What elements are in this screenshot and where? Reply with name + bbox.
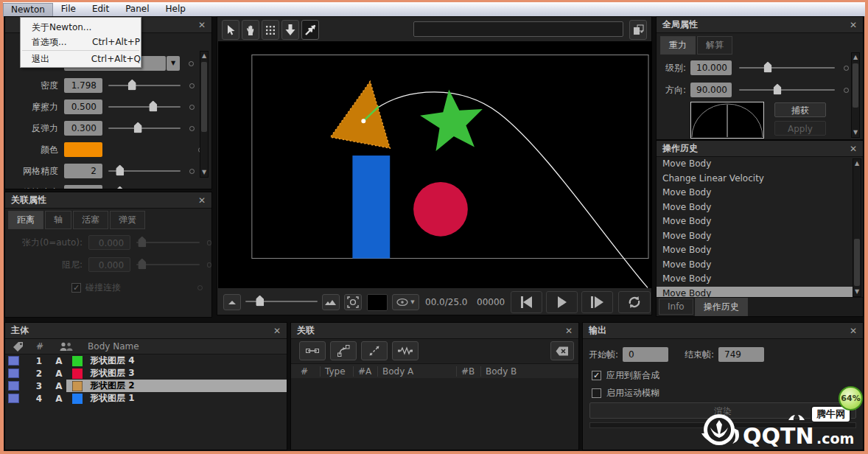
menu-help[interactable]: Help	[158, 2, 194, 16]
linear-velocity-slider[interactable]	[108, 185, 181, 189]
menu-newton[interactable]: Newton	[3, 3, 53, 16]
keyframe-toggle[interactable]	[189, 126, 195, 131]
capture-button[interactable]: 捕获	[774, 102, 826, 117]
apply-to-layer-button[interactable]	[629, 20, 647, 40]
close-icon[interactable]: ✕	[565, 326, 573, 336]
motion-blur-checkbox[interactable]	[592, 388, 601, 398]
history-scrollbar[interactable]: ▲ ▼	[853, 158, 861, 297]
history-item[interactable]: Move Body	[657, 214, 853, 229]
simulation-viewport[interactable]	[218, 41, 652, 288]
zoom-out-button[interactable]	[223, 294, 241, 310]
col-joint-num[interactable]: #	[301, 366, 320, 377]
scroll-up-icon[interactable]: ▲	[200, 52, 208, 60]
apply-new-comp-checkbox[interactable]: ✓	[592, 371, 601, 380]
add-distance-joint-button[interactable]	[299, 341, 326, 360]
close-icon[interactable]: ✕	[850, 326, 857, 336]
menu-item-exit[interactable]: 退出 Ctrl+Alt+Q	[21, 52, 141, 66]
play-button[interactable]	[546, 291, 578, 313]
body-type-chip[interactable]	[8, 394, 19, 403]
global-props-scrollbar[interactable]: ▲ ▼	[851, 52, 860, 138]
close-icon[interactable]: ✕	[850, 20, 857, 30]
rectangle-shape[interactable]	[352, 156, 390, 259]
background-color-swatch[interactable]	[367, 294, 388, 311]
history-item[interactable]: Move Body	[657, 258, 853, 273]
display-mode-dropdown[interactable]: ▼	[392, 294, 419, 310]
color-swatch[interactable]	[64, 142, 102, 157]
col-joint-type[interactable]: Type	[320, 366, 353, 377]
gravity-direction-widget[interactable]	[690, 102, 764, 139]
gravity-tool-button[interactable]	[281, 20, 299, 40]
bounce-input[interactable]: 0.300	[64, 121, 102, 136]
pan-tool-button[interactable]	[242, 20, 259, 40]
history-item[interactable]: Move Body	[657, 229, 853, 244]
menu-item-about[interactable]: 关于Newton...	[21, 20, 141, 35]
keyframe-toggle[interactable]	[189, 105, 195, 110]
scroll-up-icon[interactable]: ▲	[853, 159, 861, 168]
keyframe-toggle[interactable]	[189, 61, 194, 66]
gravity-direction-slider[interactable]	[739, 83, 835, 97]
close-icon[interactable]: ✕	[198, 195, 206, 206]
mesh-precision-slider[interactable]	[108, 164, 181, 178]
friction-slider[interactable]	[108, 99, 181, 114]
scroll-down-icon[interactable]: ▼	[852, 128, 859, 137]
body-row-selected[interactable]: 3 A 形状图层 2	[5, 380, 287, 392]
tab-solver[interactable]: 解算	[697, 36, 732, 55]
zoom-in-button[interactable]	[322, 294, 340, 310]
gravity-direction-input[interactable]: 90.000	[690, 83, 732, 97]
col-body-a-num[interactable]: #A	[353, 366, 377, 377]
add-pivot-joint-button[interactable]	[330, 341, 357, 360]
circle-shape[interactable]	[413, 182, 468, 237]
gravity-level-slider[interactable]	[739, 60, 835, 75]
tab-gravity[interactable]: 重力	[660, 36, 696, 55]
close-icon[interactable]: ✕	[273, 326, 281, 336]
body-row[interactable]: 2 A 形状图层 3	[5, 367, 287, 380]
step-forward-button[interactable]	[581, 291, 613, 313]
body-type-chip[interactable]	[8, 369, 19, 378]
history-item-selected[interactable]: Move Body	[657, 287, 853, 298]
col-body-b[interactable]: Body B	[480, 366, 578, 377]
keyframe-toggle[interactable]	[189, 169, 195, 174]
history-item[interactable]: Move Body	[657, 200, 853, 215]
gravity-level-input[interactable]: 10.000	[690, 60, 732, 75]
keyframe-toggle[interactable]	[189, 83, 195, 88]
friction-input[interactable]: 0.500	[64, 99, 102, 114]
menu-file[interactable]: File	[53, 2, 84, 16]
fit-view-button[interactable]	[344, 294, 362, 310]
history-item[interactable]: Change Linear Velocity	[657, 172, 853, 186]
triangle-shape[interactable]	[330, 81, 390, 148]
keyframe-toggle[interactable]	[844, 66, 849, 71]
viewport-zoom-slider[interactable]	[245, 294, 318, 309]
col-number[interactable]: #	[36, 341, 43, 352]
tab-spring[interactable]: 弹簧	[110, 211, 145, 229]
add-piston-joint-button[interactable]	[361, 341, 388, 360]
close-icon[interactable]: ✕	[850, 144, 857, 154]
go-to-start-button[interactable]	[511, 291, 542, 313]
density-slider[interactable]	[108, 78, 181, 93]
menu-edit[interactable]: Edit	[84, 2, 117, 16]
add-spring-joint-button[interactable]	[392, 341, 419, 360]
scroll-down-icon[interactable]: ▼	[853, 287, 861, 296]
start-frame-input[interactable]: 0	[623, 347, 668, 362]
history-item[interactable]: Move Body	[657, 186, 853, 200]
joints-list-empty[interactable]	[291, 378, 578, 450]
velocity-anchor-dot[interactable]	[361, 119, 365, 123]
mesh-tool-button[interactable]	[262, 20, 279, 40]
delete-joint-button[interactable]	[550, 341, 574, 360]
body-type-chip[interactable]	[8, 381, 19, 391]
history-item[interactable]: Move Body	[657, 157, 853, 172]
menu-item-preferences[interactable]: 首选项... Ctrl+Alt+P	[21, 35, 141, 49]
close-icon[interactable]: ✕	[198, 20, 206, 30]
bounce-slider[interactable]	[108, 121, 181, 136]
body-row[interactable]: 4 A 形状图层 1	[5, 392, 287, 405]
velocity-tool-button[interactable]	[301, 20, 319, 40]
body-props-scrollbar[interactable]: ▲ ▼	[200, 51, 209, 178]
scroll-up-icon[interactable]: ▲	[852, 53, 859, 62]
mesh-precision-input[interactable]: 2	[64, 164, 102, 178]
tab-distance[interactable]: 距离	[8, 211, 43, 229]
col-body-b-num[interactable]: #B	[456, 366, 480, 377]
tab-info[interactable]: Info	[659, 298, 693, 315]
scroll-down-icon[interactable]: ▼	[200, 168, 208, 177]
keyframe-toggle[interactable]	[844, 88, 849, 93]
col-body-a[interactable]: Body A	[377, 366, 456, 377]
select-tool-button[interactable]	[222, 20, 239, 40]
